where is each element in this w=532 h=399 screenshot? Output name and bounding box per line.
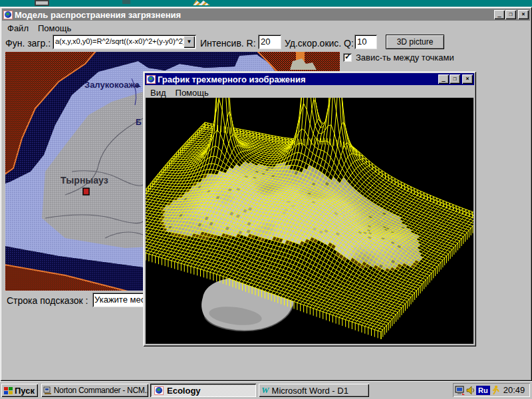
desktop-icon-fragment	[193, 0, 210, 5]
task-button-ecology[interactable]: Ecology	[150, 384, 256, 397]
dependency-checkbox[interactable]: ✓	[343, 53, 352, 62]
word-icon: W	[261, 385, 269, 396]
oxid-value: 10	[357, 37, 366, 47]
keyboard-layout-indicator[interactable]: Ru	[476, 386, 490, 395]
plot-minimize-button[interactable]: _	[438, 74, 449, 84]
plot-titlebar[interactable]: График трехмерного изображения _ ❐ ×	[145, 73, 474, 85]
taskbar-clock: 20:49	[503, 385, 525, 395]
task-button-label: Microsoft Word - D1	[272, 386, 348, 396]
system-tray: Ru 20:49	[453, 383, 530, 397]
dependency-checkbox-label: Завис-ть между точками	[356, 53, 454, 63]
restore-button[interactable]: ❐	[505, 10, 516, 19]
main-menubar: Файл Помощь	[3, 22, 76, 35]
minimize-button[interactable]: _	[494, 10, 505, 19]
display-icon[interactable]	[455, 386, 466, 395]
checkbox-checkmark: ✓	[344, 52, 351, 61]
running-man-icon[interactable]	[491, 385, 500, 395]
taskbar: Пуск Norton Commander - NCM... Ecology W…	[0, 381, 532, 399]
main-titlebar[interactable]: Модель распространения загрязнения _ ❐ ×	[2, 9, 530, 21]
close-button[interactable]: ×	[518, 10, 529, 19]
menu-help[interactable]: Помощь	[33, 22, 76, 35]
app-icon	[3, 11, 13, 19]
ecology-icon	[154, 386, 164, 395]
map-marker-square	[83, 188, 89, 195]
plot-close-button[interactable]: ×	[462, 74, 473, 84]
hint-label: Строка подсказок :	[7, 295, 88, 306]
menu-file[interactable]: Файл	[3, 22, 33, 35]
task-button-label: Ecology	[167, 386, 201, 396]
volume-icon[interactable]	[466, 386, 475, 395]
oxid-input[interactable]: 10	[354, 35, 377, 49]
windows-logo-icon	[3, 386, 13, 395]
func-combobox-value: a(x,y,x0,y0)=R^2/sqrt((x-x0)^2+(y-y0)^2)	[55, 37, 186, 45]
start-label: Пуск	[15, 386, 35, 396]
plot-maximize-button[interactable]: ❐	[450, 74, 460, 84]
start-button[interactable]: Пуск	[1, 384, 38, 397]
func-label: Фун. загр.:	[5, 38, 51, 49]
map-label-city2: Тырныауз	[61, 175, 108, 186]
hint-value: Укажите мест	[94, 295, 149, 305]
intensity-input[interactable]: 20	[258, 35, 281, 49]
surface-plot-canvas[interactable]	[146, 98, 473, 344]
norton-icon	[43, 386, 52, 395]
main-window-title: Модель распространения загрязнения	[15, 10, 493, 20]
func-combobox[interactable]: a(x,y,x0,y0)=R^2/sqrt((x-x0)^2+(y-y0)^2)…	[53, 35, 196, 49]
3d-picture-label: 3D picture	[397, 37, 434, 47]
map-label-partial: Б	[136, 118, 142, 127]
intensity-value: 20	[261, 37, 270, 47]
3d-picture-button[interactable]: 3D picture	[386, 35, 444, 49]
plot-icon	[146, 75, 156, 84]
intensity-label: Интенсив. R:	[200, 38, 256, 49]
task-button-word[interactable]: W Microsoft Word - D1	[259, 384, 369, 397]
desktop-icon-fragment	[122, 0, 130, 4]
task-button-norton[interactable]: Norton Commander - NCM...	[41, 384, 148, 397]
map-label-city1: Залукокоаже	[84, 80, 140, 90]
combobox-dropdown-button[interactable]: ▼	[184, 36, 195, 48]
oxid-label: Уд.скор.окис. Q:	[285, 38, 354, 49]
desktop-icon-fragment	[35, 0, 49, 6]
plot-window: График трехмерного изображения _ ❐ × Вид…	[143, 71, 476, 346]
plot-window-title: График трехмерного изображения	[158, 74, 438, 84]
task-button-label: Norton Commander - NCM...	[54, 386, 148, 395]
